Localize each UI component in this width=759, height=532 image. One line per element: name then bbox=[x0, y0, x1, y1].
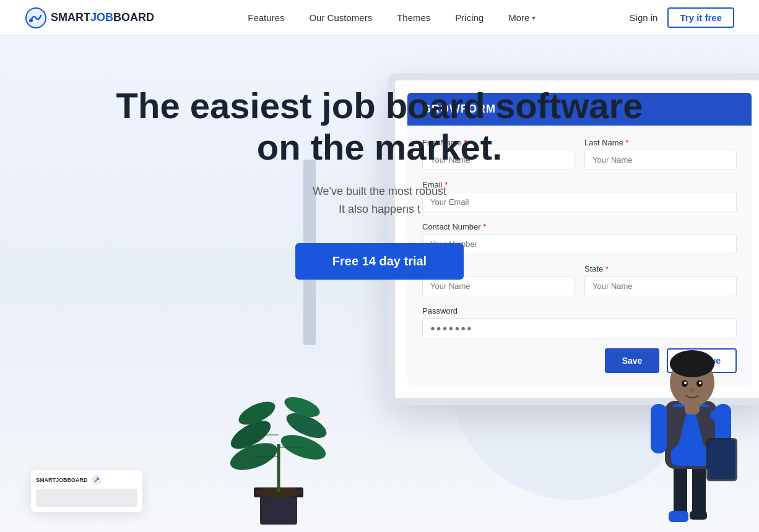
free-trial-button[interactable]: Free 14 day trial bbox=[295, 243, 464, 280]
svg-rect-30 bbox=[670, 358, 714, 370]
svg-rect-27 bbox=[708, 440, 735, 479]
chevron-down-icon: ▾ bbox=[532, 14, 536, 22]
browser-bar: SMARTJOBBOARD bbox=[36, 475, 137, 485]
logo-text: SMARTJOBBOARD bbox=[51, 11, 154, 24]
svg-rect-15 bbox=[674, 463, 687, 518]
nav-our-customers[interactable]: Our Customers bbox=[299, 7, 382, 28]
form-group-email: Email * bbox=[422, 180, 737, 212]
required-star: * bbox=[605, 264, 609, 273]
hero-section: The easiest job board software on the ma… bbox=[0, 36, 759, 531]
contact-label: Contact Number * bbox=[422, 222, 737, 231]
svg-point-35 bbox=[690, 388, 695, 392]
bottom-browser-widget: SMARTJOBBOARD bbox=[31, 470, 142, 512]
required-star: * bbox=[483, 222, 486, 231]
plant-decoration bbox=[217, 345, 340, 531]
main-nav: Features Our Customers Themes Pricing Mo… bbox=[238, 7, 545, 28]
browser-preview bbox=[36, 489, 137, 507]
hero-subtitle: We've built the most robust It also happ… bbox=[313, 182, 446, 218]
form-group-contact: Contact Number * bbox=[422, 222, 737, 254]
nav-more[interactable]: More ▾ bbox=[498, 7, 545, 28]
logo-link[interactable]: SMARTJOBBOARD bbox=[25, 7, 154, 29]
svg-rect-17 bbox=[669, 511, 688, 522]
svg-point-34 bbox=[699, 382, 701, 384]
form-row-email: Email * bbox=[422, 180, 737, 212]
nav-pricing[interactable]: Pricing bbox=[445, 7, 493, 28]
form-row-contact: Contact Number * bbox=[422, 222, 737, 254]
nav-features[interactable]: Features bbox=[238, 7, 294, 28]
state-label: State * bbox=[584, 264, 737, 273]
svg-point-1 bbox=[29, 19, 33, 22]
sign-in-link[interactable]: Sign in bbox=[630, 12, 658, 23]
svg-rect-23 bbox=[651, 404, 667, 453]
navbar: SMARTJOBBOARD Features Our Customers The… bbox=[0, 0, 759, 36]
svg-rect-36 bbox=[685, 402, 700, 414]
browser-logo: SMARTJOBBOARD bbox=[36, 477, 88, 483]
navbar-actions: Sign in Try it free bbox=[630, 7, 734, 28]
plant-svg bbox=[217, 345, 340, 531]
person-illustration bbox=[641, 283, 740, 531]
email-input[interactable] bbox=[422, 192, 737, 212]
try-free-button[interactable]: Try it free bbox=[667, 7, 734, 28]
external-link-icon bbox=[93, 477, 100, 483]
svg-point-33 bbox=[684, 382, 687, 384]
browser-external-icon bbox=[92, 475, 102, 485]
contact-input[interactable] bbox=[422, 234, 737, 254]
svg-rect-16 bbox=[692, 463, 706, 518]
email-label: Email * bbox=[422, 180, 737, 189]
svg-rect-2 bbox=[260, 494, 297, 525]
hero-title: The easiest job board software on the ma… bbox=[116, 85, 643, 168]
logo-icon bbox=[25, 7, 47, 29]
nav-themes[interactable]: Themes bbox=[387, 7, 440, 28]
person-svg bbox=[641, 283, 740, 531]
svg-rect-18 bbox=[690, 511, 707, 520]
